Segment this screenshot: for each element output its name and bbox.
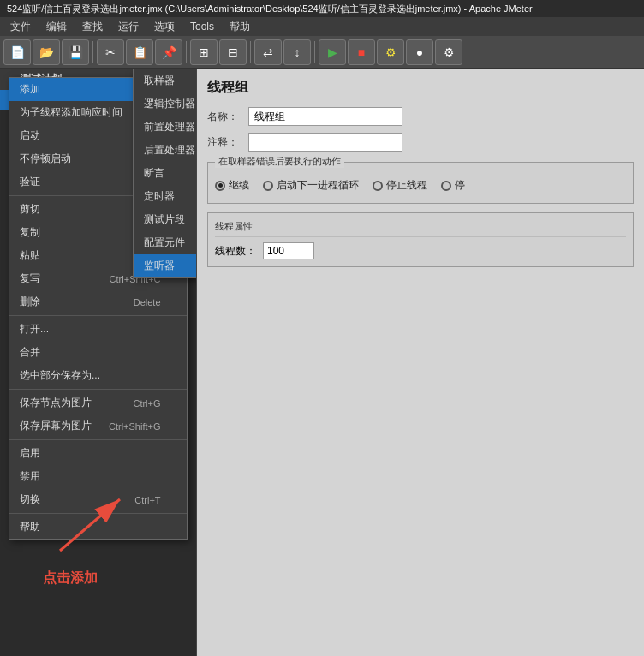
annotation-text: 点击添加 <box>43 570 98 587</box>
menu-file[interactable]: 文件 <box>3 18 38 36</box>
ctx-merge[interactable]: 合并 <box>9 341 187 364</box>
submenu-assertion[interactable]: 断言 ▶ <box>134 162 197 185</box>
thread-count-row: 线程数： <box>215 242 626 259</box>
menu-find[interactable]: 查找 <box>75 18 110 36</box>
radio-continue-label: 继续 <box>229 178 249 193</box>
radio-next-loop[interactable]: 启动下一进程循环 <box>263 178 359 193</box>
radio-stop[interactable]: 停 <box>441 178 465 193</box>
submenu-pre-processor[interactable]: 前置处理器 ▶ <box>134 116 197 139</box>
submenu-test-fragment[interactable]: 测试片段 ▶ <box>134 208 197 231</box>
toolbar-sep3 <box>250 41 251 63</box>
name-row: 名称： <box>207 107 634 126</box>
toolbar-collapse-btn[interactable]: ⊟ <box>219 39 247 65</box>
toolbar-toggle1-btn[interactable]: ⇄ <box>254 39 282 65</box>
right-panel: 线程组 名称： 注释： 在取样器错误后要执行的动作 继续 启动下一进程循环 <box>197 69 644 656</box>
toolbar-run-btn[interactable]: ▶ <box>319 39 346 65</box>
thread-props-title: 线程属性 <box>215 220 626 237</box>
radio-stop-thread[interactable]: 停止线程 <box>373 178 427 193</box>
toolbar: 📄 📂 💾 ✂ 📋 📌 ⊞ ⊟ ⇄ ↕ ▶ ■ ⚙ ● ⚙ <box>0 36 644 69</box>
submenu-config-element[interactable]: 配置元件 ▶ <box>134 231 197 254</box>
toolbar-expand-btn[interactable]: ⊞ <box>190 39 218 65</box>
toolbar-cut-btn[interactable]: ✂ <box>97 39 124 65</box>
radio-next-loop-dot <box>263 181 273 191</box>
ctx-save-selected[interactable]: 选中部分保存为... <box>9 364 187 387</box>
menu-help[interactable]: 帮助 <box>223 18 257 36</box>
menu-run[interactable]: 运行 <box>111 18 146 36</box>
error-action-title: 在取样器错误后要执行的动作 <box>215 155 344 168</box>
toolbar-new-btn[interactable]: 📄 <box>3 39 31 65</box>
submenu-post-processor[interactable]: 后置处理器 ▶ <box>134 139 197 162</box>
context-menu-overlay: 添加 ▶ 为子线程添加响应时间 启动 不停顿启动 验证 剪切 <box>0 69 196 656</box>
error-radio-group: 继续 启动下一进程循环 停止线程 停 <box>215 175 626 196</box>
submenu-timer[interactable]: 定时器 ▶ <box>134 185 197 208</box>
toolbar-paste-btn[interactable]: 📌 <box>155 39 182 65</box>
ctx-sep2 <box>9 315 187 316</box>
ctx-sep4 <box>9 439 187 440</box>
ctx-help[interactable]: 帮助 <box>9 516 187 539</box>
toolbar-toggle2-btn[interactable]: ↕ <box>283 39 311 65</box>
title-text: 524监听/信主百灵登录选出jmeter.jmx (C:\Users\Admin… <box>7 3 533 15</box>
menu-options[interactable]: 选项 <box>147 18 182 36</box>
ctx-enable[interactable]: 启用 <box>9 442 187 465</box>
comment-row: 注释： <box>207 133 634 152</box>
title-bar: 524监听/信主百灵登录选出jmeter.jmx (C:\Users\Admin… <box>0 0 644 17</box>
ctx-save-screen-img[interactable]: 保存屏幕为图片 Ctrl+Shift+G <box>9 414 187 438</box>
left-panel: ▼ 测试计划 ▼ 线程组 H HT ▶ 首 ▶ 登录 ▶ 退 📊 察 📊 <box>0 69 197 656</box>
ctx-save-node-img[interactable]: 保存节点为图片 Ctrl+G <box>9 391 187 414</box>
toolbar-settings-btn[interactable]: ⚙ <box>377 39 404 65</box>
name-input[interactable] <box>248 107 402 126</box>
error-action-section: 在取样器错误后要执行的动作 继续 启动下一进程循环 停止线程 停 <box>207 162 634 204</box>
panel-title: 线程组 <box>207 79 634 97</box>
radio-stop-thread-label: 停止线程 <box>386 178 427 193</box>
submenu-listener[interactable]: 监听器 ▶ <box>134 254 197 277</box>
ctx-sep5 <box>9 513 187 514</box>
ctx-disable[interactable]: 禁用 <box>9 465 187 488</box>
ctx-open[interactable]: 打开... <box>9 318 187 341</box>
radio-continue-dot <box>215 181 225 191</box>
toolbar-save-btn[interactable]: 💾 <box>62 39 89 65</box>
menu-tools[interactable]: Tools <box>183 19 221 34</box>
radio-next-loop-label: 启动下一进程循环 <box>277 178 359 193</box>
toolbar-sep4 <box>314 41 315 63</box>
submenu-sampler[interactable]: 取样器 ▶ <box>134 69 197 92</box>
toolbar-open-btn[interactable]: 📂 <box>33 39 60 65</box>
comment-input[interactable] <box>248 133 402 152</box>
thread-count-label: 线程数： <box>215 244 256 259</box>
radio-continue[interactable]: 继续 <box>215 178 249 193</box>
toolbar-copy-btn[interactable]: 📋 <box>126 39 153 65</box>
main-area: ▼ 测试计划 ▼ 线程组 H HT ▶ 首 ▶ 登录 ▶ 退 📊 察 📊 <box>0 69 644 656</box>
ctx-sep3 <box>9 389 187 390</box>
toolbar-extra2-btn[interactable]: ⚙ <box>435 39 462 65</box>
submenu-add: 取样器 ▶ 逻辑控制器 ▶ 前置处理器 ▶ 后置处理器 ▶ 断言 ▶ <box>133 69 197 278</box>
submenu-logic-controller[interactable]: 逻辑控制器 ▶ <box>134 92 197 116</box>
menu-edit[interactable]: 编辑 <box>39 18 74 36</box>
thread-props-section: 线程属性 线程数： <box>207 212 634 267</box>
radio-stop-thread-dot <box>373 181 383 191</box>
radio-stop-label: 停 <box>455 178 465 193</box>
name-label: 名称： <box>207 110 242 124</box>
toolbar-sep1 <box>92 41 93 63</box>
toolbar-extra-btn[interactable]: ● <box>406 39 433 65</box>
thread-count-input[interactable] <box>263 242 314 259</box>
toolbar-stop-btn[interactable]: ■ <box>348 39 375 65</box>
ctx-toggle[interactable]: 切换 Ctrl+T <box>9 488 187 511</box>
ctx-delete[interactable]: 删除 Delete <box>9 290 187 313</box>
menu-bar: 文件 编辑 查找 运行 选项 Tools 帮助 <box>0 17 644 36</box>
radio-stop-dot <box>441 181 451 191</box>
comment-label: 注释： <box>207 135 242 150</box>
toolbar-sep2 <box>186 41 187 63</box>
